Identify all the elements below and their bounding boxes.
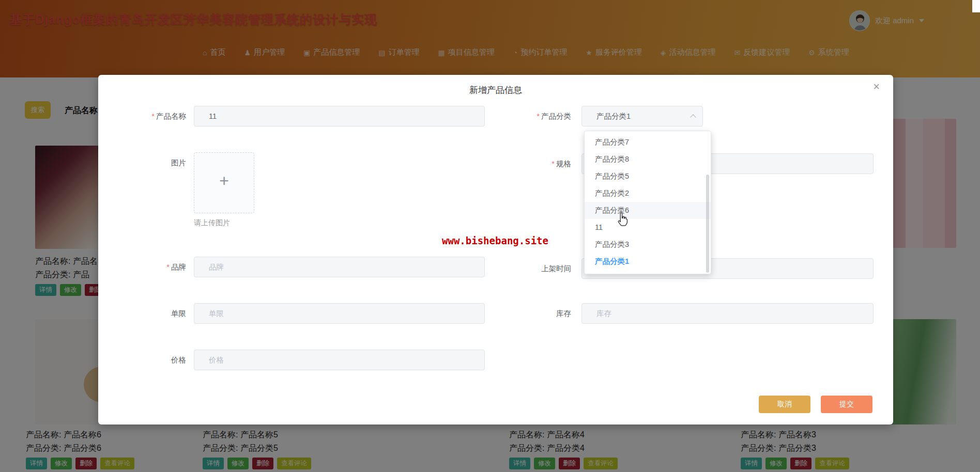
price-label: 价格	[129, 355, 186, 365]
dropdown-option[interactable]: 产品分类8	[585, 151, 711, 168]
plus-icon: +	[194, 172, 254, 189]
add-product-modal: 新增产品信息 × *产品名称 *产品分类 产品分类1 图片 + 请上传图片 *规…	[98, 75, 893, 424]
dropdown-option[interactable]: 产品分类5	[585, 168, 711, 185]
dropdown-scrollbar-thumb[interactable]	[706, 175, 709, 273]
scrollbar-top[interactable]	[972, 0, 980, 12]
upload-hint: 请上传图片	[194, 218, 230, 228]
category-label: *产品分类	[514, 111, 571, 121]
spec-label: *规格	[514, 159, 571, 169]
price-input[interactable]	[194, 350, 485, 370]
modal-title: 新增产品信息	[98, 84, 893, 96]
image-upload-box[interactable]: +	[194, 152, 254, 213]
required-mark: *	[151, 112, 155, 120]
category-select-value: 产品分类1	[596, 112, 631, 121]
app-root: 基于Django框架的青岛开发区芳华美容院管理系统的设计与实现 ⌂ 首页 ♟ 用…	[0, 0, 980, 472]
product-name-input[interactable]	[194, 106, 485, 127]
stock-input[interactable]	[581, 303, 874, 324]
unit-limit-label: 单限	[129, 308, 186, 319]
dropdown-option[interactable]: 产品分类7	[585, 134, 711, 151]
unit-limit-input[interactable]	[194, 303, 485, 324]
cancel-button[interactable]: 取消	[759, 396, 810, 413]
brand-label: *品牌	[129, 262, 186, 272]
required-mark: *	[166, 263, 170, 271]
required-mark: *	[552, 160, 555, 168]
image-label: 图片	[129, 158, 186, 168]
close-icon[interactable]: ×	[873, 81, 880, 92]
dropdown-option-selected[interactable]: 产品分类1	[585, 253, 711, 270]
submit-button[interactable]: 提交	[821, 396, 872, 413]
category-select[interactable]: 产品分类1	[581, 106, 703, 127]
category-dropdown: 产品分类7 产品分类8 产品分类5 产品分类2 产品分类6 11 产品分类3 产…	[584, 131, 711, 274]
dropdown-option[interactable]: 11	[585, 219, 711, 236]
brand-input[interactable]	[194, 257, 485, 277]
chevron-up-icon	[690, 114, 696, 120]
dropdown-option[interactable]: 产品分类3	[585, 236, 711, 253]
shelf-time-label: 上架时间	[514, 263, 571, 274]
stock-label: 库存	[514, 308, 571, 319]
required-mark: *	[537, 112, 540, 120]
dropdown-option[interactable]: 产品分类2	[585, 185, 711, 202]
product-name-label: *产品名称	[129, 111, 186, 121]
dropdown-option-hovered[interactable]: 产品分类6	[585, 202, 711, 219]
watermark: www.bishebang.site	[405, 235, 586, 246]
